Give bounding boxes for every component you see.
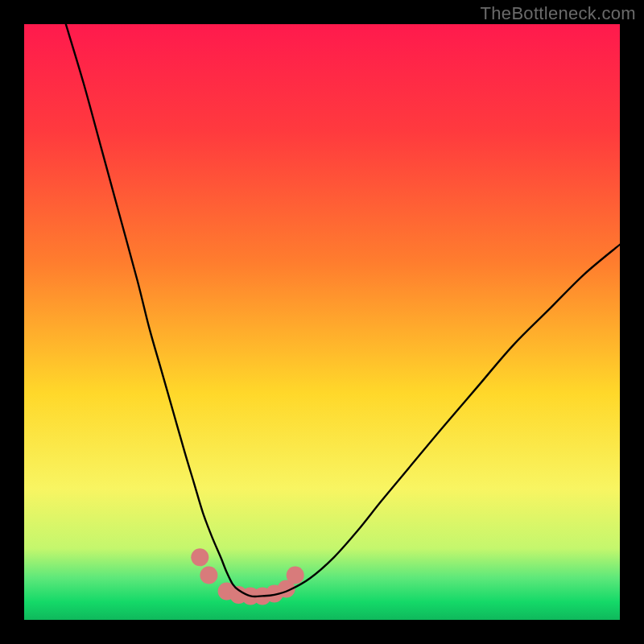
- chart-frame: TheBottleneck.com: [0, 0, 644, 644]
- bottleneck-chart: [24, 24, 620, 620]
- watermark-text: TheBottleneck.com: [481, 3, 636, 24]
- marker-point: [191, 548, 208, 566]
- marker-point: [287, 567, 304, 584]
- plot-area: [24, 24, 620, 620]
- marker-point: [200, 567, 217, 584]
- gradient-background: [24, 24, 620, 620]
